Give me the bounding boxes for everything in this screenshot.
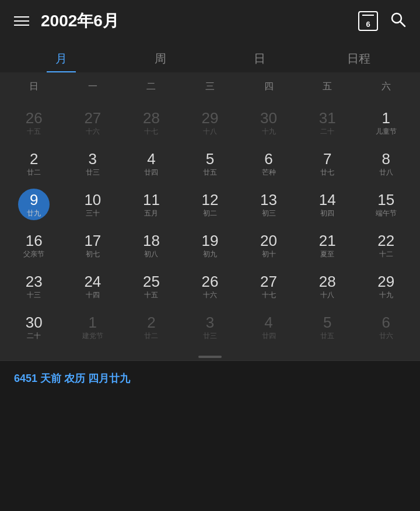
calendar-container: 日 一 二 三 四 五 六 26十五27十六28十七29十八30十九31二十1儿… — [0, 72, 420, 360]
calendar-day[interactable]: 11五月 — [122, 184, 181, 225]
calendar-day[interactable]: 5廿五 — [181, 143, 240, 184]
calendar-day[interactable]: 29十八 — [181, 102, 240, 143]
day-header-sun: 日 — [5, 78, 64, 95]
day-number: 15 — [377, 192, 394, 208]
day-number: 1 — [382, 110, 390, 127]
day-number: 6 — [264, 151, 272, 168]
day-number: 26 — [26, 110, 43, 127]
day-number: 5 — [206, 151, 214, 168]
day-sub: 廿六 — [379, 332, 393, 340]
tab-month[interactable]: 月 — [12, 51, 111, 72]
day-sub: 十六 — [86, 127, 100, 135]
calendar-day[interactable]: 22十二 — [356, 225, 415, 266]
day-number: 13 — [260, 192, 277, 208]
day-header-thu: 四 — [239, 78, 298, 95]
calendar-day[interactable]: 1建党节 — [64, 307, 123, 347]
tab-day[interactable]: 日 — [210, 51, 309, 72]
day-number: 28 — [143, 110, 160, 127]
view-tabs: 月 周 日 日程 — [0, 42, 420, 72]
calendar-day[interactable]: 19初九 — [181, 225, 240, 266]
calendar-day[interactable]: 24十四 — [64, 266, 123, 307]
calendar-day[interactable]: 18初八 — [122, 225, 181, 266]
day-sub: 十六 — [203, 291, 217, 299]
calendar-day[interactable]: 4廿四 — [239, 307, 298, 347]
day-sub: 十二 — [379, 250, 393, 258]
calendar-day[interactable]: 29十九 — [356, 266, 415, 307]
day-number: 8 — [382, 151, 390, 168]
calendar-day[interactable]: 27十六 — [64, 102, 123, 143]
calendar-day[interactable]: 21夏至 — [298, 225, 357, 266]
calendar-day[interactable]: 3廿三 — [181, 307, 240, 347]
calendar-day[interactable]: 15端午节 — [356, 184, 415, 225]
day-number: 27 — [260, 273, 277, 290]
day-number: 17 — [84, 232, 101, 249]
calendar-day[interactable]: 16父亲节 — [5, 225, 64, 266]
search-icon[interactable] — [390, 11, 406, 32]
calendar-day[interactable]: 7廿七 — [298, 143, 357, 184]
day-number: 19 — [202, 232, 219, 249]
day-number: 30 — [260, 110, 277, 127]
calendar-day[interactable]: 10三十 — [64, 184, 123, 225]
day-sub: 五月 — [144, 209, 158, 217]
hamburger-menu-icon[interactable] — [14, 16, 29, 26]
day-number: 31 — [319, 110, 336, 127]
calendar-day[interactable]: 2廿二 — [5, 143, 64, 184]
day-sub: 芒种 — [262, 168, 276, 176]
day-number: 29 — [377, 273, 394, 290]
calendar-day[interactable]: 28十八 — [298, 266, 357, 307]
calendar-day[interactable]: 30二十 — [5, 307, 64, 347]
calendar-day[interactable]: 6廿六 — [356, 307, 415, 347]
day-number: 21 — [319, 232, 336, 249]
header-right: 6 — [358, 11, 406, 32]
day-number: 2 — [30, 151, 38, 168]
calendar-day[interactable]: 14初四 — [298, 184, 357, 225]
day-sub: 廿三 — [203, 332, 217, 340]
day-sub: 十四 — [86, 291, 100, 299]
calendar-day[interactable]: 8廿八 — [356, 143, 415, 184]
calendar-day[interactable]: 13初三 — [239, 184, 298, 225]
calendar-day[interactable]: 27十七 — [239, 266, 298, 307]
calendar-day[interactable]: 12初二 — [181, 184, 240, 225]
calendar-day[interactable]: 17初七 — [64, 225, 123, 266]
day-sub: 廿二 — [144, 332, 158, 340]
day-sub: 廿四 — [144, 168, 158, 176]
calendar-day[interactable]: 3廿三 — [64, 143, 123, 184]
day-sub: 廿八 — [379, 168, 393, 176]
day-sub: 十九 — [379, 291, 393, 299]
day-sub: 十五 — [27, 127, 41, 135]
footer-info: 6451 天前 农历 四月廿九 — [14, 371, 130, 385]
day-header-tue: 二 — [122, 78, 181, 95]
calendar-day[interactable]: 23十三 — [5, 266, 64, 307]
day-number: 5 — [323, 314, 331, 331]
day-number: 16 — [26, 232, 43, 249]
calendar-day[interactable]: 2廿二 — [122, 307, 181, 347]
calendar-day[interactable]: 30十九 — [239, 102, 298, 143]
calendar-day[interactable]: 26十六 — [181, 266, 240, 307]
calendar-day[interactable]: 31二十 — [298, 102, 357, 143]
calendar-day[interactable]: 5廿五 — [298, 307, 357, 347]
calendar-day[interactable]: 6芒种 — [239, 143, 298, 184]
footer: 6451 天前 农历 四月廿九 — [0, 360, 420, 395]
today-button[interactable]: 6 — [358, 11, 378, 31]
day-number: 6 — [382, 314, 390, 331]
day-header-mon: 一 — [64, 78, 123, 95]
tab-week[interactable]: 周 — [111, 51, 210, 72]
tab-schedule[interactable]: 日程 — [309, 51, 408, 72]
calendar-day[interactable]: 4廿四 — [122, 143, 181, 184]
calendar-day[interactable]: 1儿童节 — [356, 102, 415, 143]
day-sub: 初十 — [262, 250, 276, 258]
scroll-bar — [198, 356, 222, 358]
day-number: 1 — [89, 314, 97, 331]
day-sub: 廿九 — [27, 209, 41, 217]
day-number: 3 — [206, 314, 214, 331]
day-sub: 夏至 — [320, 250, 334, 258]
calendar-day[interactable]: 26十五 — [5, 102, 64, 143]
day-number: 29 — [202, 110, 219, 127]
calendar-day[interactable]: 28十七 — [122, 102, 181, 143]
calendar-day[interactable]: 9廿九 — [5, 184, 64, 225]
calendar-day[interactable]: 25十五 — [122, 266, 181, 307]
day-number: 12 — [202, 192, 219, 208]
day-sub: 廿四 — [262, 332, 276, 340]
day-number: 22 — [377, 232, 394, 249]
calendar-day[interactable]: 20初十 — [239, 225, 298, 266]
